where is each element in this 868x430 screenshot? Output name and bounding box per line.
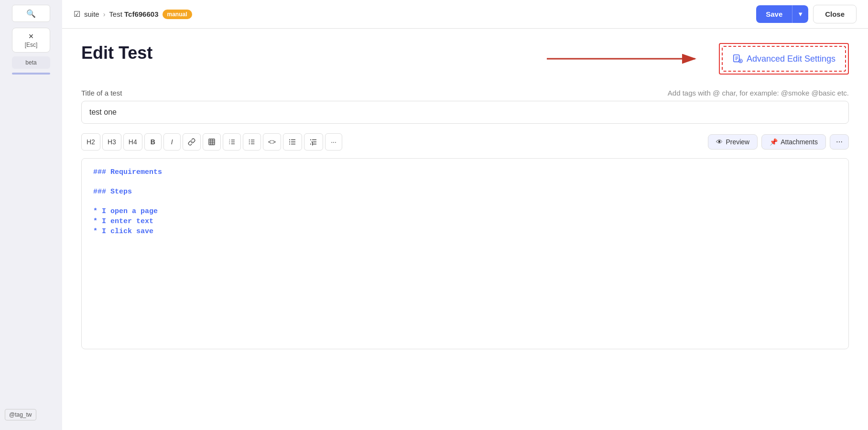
breadcrumb-test: Test Tcf696603 xyxy=(109,10,158,18)
toolbar-left: H2 H3 H4 B I xyxy=(81,133,342,150)
suite-icon: ☑ xyxy=(74,10,80,19)
close-icon: × xyxy=(29,32,34,41)
list-indent-button[interactable] xyxy=(304,133,323,150)
arrow-annotation xyxy=(542,47,709,71)
svg-text:3: 3 xyxy=(229,142,230,145)
advanced-edit-outer-box: Advanced Edit Settings xyxy=(719,43,849,75)
ordered-list-button[interactable]: 1 2 3 xyxy=(223,133,241,150)
ul-icon xyxy=(248,138,256,146)
breadcrumb-separator: › xyxy=(103,11,106,18)
advanced-edit-label: Advanced Edit Settings xyxy=(747,54,835,64)
code-icon: <> xyxy=(268,138,276,146)
breadcrumb: ☑ suite › Test Tcf696603 manual xyxy=(74,10,192,19)
code-button[interactable]: <> xyxy=(263,133,281,150)
svg-point-31 xyxy=(289,139,290,140)
editor-toolbar: H2 H3 H4 B I xyxy=(81,133,849,150)
svg-rect-9 xyxy=(209,139,215,145)
svg-point-32 xyxy=(289,141,290,142)
annotation-arrow xyxy=(542,47,709,71)
esc-label: [Esc] xyxy=(25,42,38,48)
save-dropdown-button[interactable]: ▼ xyxy=(792,5,808,23)
list-plus-button[interactable] xyxy=(283,133,302,150)
table-button[interactable] xyxy=(203,133,221,150)
svg-point-25 xyxy=(249,143,250,144)
topbar: ☑ suite › Test Tcf696603 manual Save ▼ C… xyxy=(62,0,868,29)
h2-button[interactable]: H2 xyxy=(81,133,100,150)
link-button[interactable] xyxy=(183,133,201,150)
sidebar: 🔍 × [Esc] beta @tag_tw xyxy=(0,0,62,430)
search-icon: 🔍 xyxy=(26,9,36,18)
advanced-edit-settings-button[interactable]: Advanced Edit Settings xyxy=(722,46,846,72)
list-indent-icon xyxy=(309,138,318,146)
bold-button[interactable]: B xyxy=(144,133,162,150)
italic-button[interactable]: I xyxy=(163,133,181,150)
editor-list-item-1: * I open a page xyxy=(93,207,837,215)
title-label: Title of a test xyxy=(81,89,122,97)
h4-button[interactable]: H4 xyxy=(123,133,142,150)
more-options-button[interactable]: ⋯ xyxy=(830,134,849,150)
editor-line-steps: ### Steps xyxy=(93,188,837,196)
close-button[interactable]: Close xyxy=(813,5,857,23)
sidebar-tag: @tag_tw xyxy=(5,409,36,420)
unordered-list-button[interactable] xyxy=(243,133,261,150)
preview-icon: 👁 xyxy=(716,138,723,146)
svg-point-24 xyxy=(249,141,250,142)
toolbar-right: 👁 Preview 📌 Attachments ⋯ xyxy=(708,134,849,150)
table-icon xyxy=(208,138,216,146)
list-plus-icon xyxy=(288,138,297,146)
breadcrumb-suite: suite xyxy=(84,10,99,18)
svg-point-23 xyxy=(249,140,250,140)
save-button-group: Save ▼ xyxy=(756,5,808,23)
edit-settings-icon xyxy=(732,54,743,64)
svg-point-36 xyxy=(310,139,311,140)
h3-button[interactable]: H3 xyxy=(102,133,121,150)
attachments-button[interactable]: 📌 Attachments xyxy=(761,134,826,150)
editor-content[interactable]: ### Requirements ### Steps * I open a pa… xyxy=(81,158,849,349)
advanced-edit-section: Advanced Edit Settings xyxy=(542,43,849,75)
more-toolbar-button[interactable]: ··· xyxy=(325,133,342,150)
title-hint: Add tags with @ char, for example: @smok… xyxy=(668,89,849,97)
main-content: ☑ suite › Test Tcf696603 manual Save ▼ C… xyxy=(62,0,868,430)
topbar-actions: Save ▼ Close xyxy=(756,5,857,23)
sidebar-beta-label: beta xyxy=(12,56,50,69)
sidebar-close-btn[interactable]: × [Esc] xyxy=(12,28,50,53)
preview-button[interactable]: 👁 Preview xyxy=(708,134,758,150)
save-button[interactable]: Save xyxy=(756,5,792,23)
attachments-icon: 📌 xyxy=(770,138,778,146)
content-area: Edit Test xyxy=(62,29,868,430)
title-input[interactable] xyxy=(81,101,849,124)
sidebar-highlight-bar xyxy=(12,73,50,75)
badge-manual: manual xyxy=(163,10,192,19)
sidebar-search-btn[interactable]: 🔍 xyxy=(12,5,50,22)
form-row-header: Title of a test Add tags with @ char, fo… xyxy=(81,89,849,97)
ol-icon: 1 2 3 xyxy=(228,138,236,146)
editor-blank-2 xyxy=(93,202,837,207)
link-icon xyxy=(188,138,195,146)
svg-point-37 xyxy=(310,143,311,144)
editor-line-requirements: ### Requirements xyxy=(93,168,837,176)
editor-list-item-2: * I enter text xyxy=(93,217,837,226)
form-section: Title of a test Add tags with @ char, fo… xyxy=(81,89,849,124)
editor-list-item-3: * I click save xyxy=(93,227,837,236)
page-title: Edit Test xyxy=(81,43,152,63)
editor-blank-1 xyxy=(93,182,837,188)
page-header: Edit Test xyxy=(81,43,849,75)
